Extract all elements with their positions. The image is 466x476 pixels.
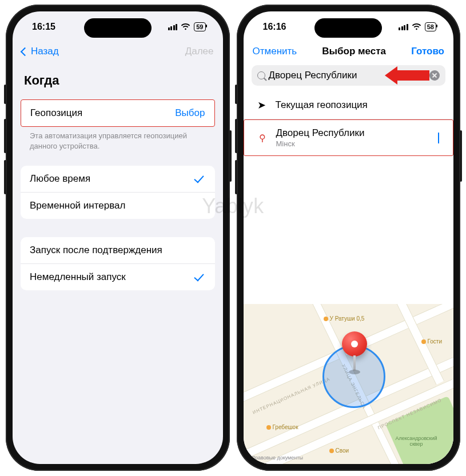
results-list: ➤ Текущая геопозиция ⚲ Дворец Республики…: [244, 91, 454, 156]
search-icon: [257, 71, 265, 79]
next-button: Далее: [185, 46, 214, 57]
run-group: Запуск после подтверждения Немедленный з…: [21, 237, 215, 290]
battery-icon: 58: [425, 22, 436, 31]
side-button: [4, 160, 6, 194]
wifi-icon: [181, 23, 190, 30]
geolocation-label: Геопозиция: [30, 107, 82, 119]
geolocation-row-group: Геопозиция Выбор: [21, 99, 215, 127]
map-legal-link[interactable]: Правовые документы: [252, 455, 303, 461]
section-heading: Когда: [13, 63, 223, 94]
map-pin: [342, 331, 367, 374]
dynamic-island: [84, 18, 152, 38]
map-view[interactable]: УЛИЦА ЭНГЕЛЬСА ИНТЕРНАЦИОНАЛЬНАЯ УЛИЦА П…: [244, 304, 454, 464]
check-icon: [194, 173, 204, 183]
status-time: 16:15: [32, 22, 55, 32]
result-subtitle: Мінск: [276, 139, 365, 148]
map-poi: Свои: [329, 447, 349, 454]
any-time-label: Любое время: [30, 173, 90, 185]
navigation-bar: Отменить Выбор места Готово: [244, 42, 454, 63]
park-label: Александровский сквер: [391, 435, 442, 447]
search-result-row[interactable]: ⚲ Дворец Республики Мінск: [244, 119, 454, 156]
run-confirm-label: Запуск после подтверждения: [30, 245, 162, 256]
page-title: Выбор места: [322, 46, 386, 57]
side-button: [235, 160, 237, 194]
cancel-button[interactable]: Отменить: [253, 46, 297, 57]
signal-icon: [399, 24, 408, 30]
time-interval-row[interactable]: Временной интервал: [21, 192, 215, 219]
navigation-bar: Назад Далее: [13, 42, 223, 63]
map-pin-icon: ⚲: [259, 133, 266, 143]
map-poi: Гости: [421, 338, 442, 345]
battery-icon: 59: [194, 22, 205, 31]
check-icon: [194, 271, 204, 281]
time-interval-label: Временной интервал: [30, 200, 125, 211]
geolocation-value: Выбор: [175, 107, 205, 119]
geolocation-hint: Эта автоматизация управляется геопозицие…: [13, 127, 223, 151]
time-group: Любое время Временной интервал: [21, 166, 215, 219]
annotation-arrow: [385, 66, 429, 85]
side-button: [4, 119, 6, 153]
back-label: Назад: [31, 46, 59, 57]
back-button[interactable]: Назад: [22, 46, 59, 57]
phone-right: 16:16 58 Отменить Выбор места Готово Дво…: [237, 5, 461, 471]
side-button: [4, 85, 6, 104]
current-location-row[interactable]: ➤ Текущая геопозиция: [244, 91, 454, 119]
side-button: [460, 130, 462, 182]
dynamic-island: [314, 18, 382, 38]
map-poi: У Ратуши 0,5: [324, 315, 365, 322]
status-time: 16:16: [263, 22, 286, 32]
cancel-label: Отменить: [253, 46, 297, 57]
geolocation-row[interactable]: Геопозиция Выбор: [21, 100, 214, 126]
map-poi: Гребешок: [266, 424, 298, 430]
clear-search-button[interactable]: [429, 70, 440, 81]
run-immediate-row[interactable]: Немедленный запуск: [21, 263, 215, 290]
run-confirm-row[interactable]: Запуск после подтверждения: [21, 237, 215, 263]
side-button: [229, 130, 232, 182]
run-immediate-label: Немедленный запуск: [30, 271, 126, 283]
phone-left: 16:15 59 Назад Далее Когда Геопозиция Вы…: [6, 5, 230, 471]
side-button: [235, 119, 237, 153]
any-time-row[interactable]: Любое время: [21, 166, 215, 192]
side-button: [235, 85, 237, 104]
check-icon: [438, 133, 439, 143]
chevron-left-icon: [21, 47, 30, 56]
location-arrow-icon: ➤: [257, 99, 266, 111]
result-title: Дворец Республики: [276, 127, 365, 139]
street-label: ИНТЕРНАЦИОНАЛЬНАЯ УЛИЦА: [252, 376, 330, 415]
signal-icon: [168, 24, 178, 30]
done-button[interactable]: Готово: [411, 46, 444, 57]
wifi-icon: [412, 23, 421, 30]
current-location-label: Текущая геопозиция: [276, 99, 368, 111]
